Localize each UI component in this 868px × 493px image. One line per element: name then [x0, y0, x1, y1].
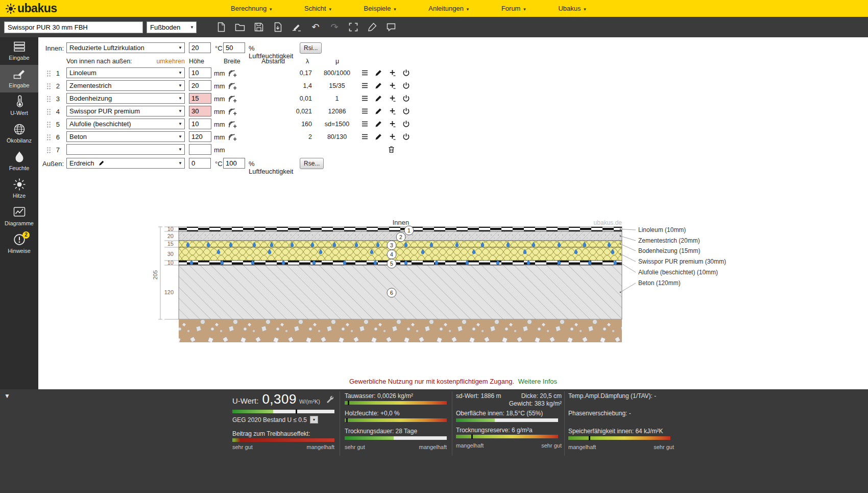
speicher-bar [568, 436, 670, 440]
toggle-layer-icon[interactable] [402, 120, 411, 128]
edit-layer-icon[interactable] [375, 82, 383, 90]
sidebar-item-feuchte[interactable]: Feuchte [0, 148, 38, 175]
innen-temp-input[interactable] [189, 42, 211, 53]
layers-icon [13, 40, 26, 53]
material-select[interactable]: Bodenheizung▼ [66, 93, 185, 104]
insert-layer-icon[interactable] [389, 107, 397, 115]
sidebar-item-oekobilanz[interactable]: Ökobilanz [0, 120, 38, 148]
material-select[interactable]: Linoleum▼ [66, 67, 185, 78]
hoehe-input[interactable] [189, 144, 211, 155]
insulation-wizard-icon[interactable] [228, 93, 237, 103]
nav-beispiele[interactable]: Beispiele▼ [364, 5, 397, 12]
insulation-wizard-icon[interactable] [228, 81, 237, 90]
layer-menu-icon[interactable] [361, 95, 369, 103]
redo-icon[interactable]: ↷ [329, 21, 340, 33]
brush-icon[interactable] [367, 21, 378, 33]
settings-wrench-icon[interactable] [325, 395, 333, 404]
delete-layer-icon[interactable] [388, 146, 396, 154]
drag-handle[interactable] [46, 134, 51, 141]
edit-signature-icon[interactable] [291, 21, 302, 33]
hoehe-input[interactable] [189, 119, 211, 129]
insert-layer-icon[interactable] [389, 69, 397, 77]
toggle-layer-icon[interactable] [402, 82, 411, 90]
edit-layer-icon[interactable] [375, 120, 383, 128]
toggle-layer-icon[interactable] [402, 107, 411, 115]
save-icon[interactable] [253, 21, 264, 33]
layer-menu-icon[interactable] [361, 133, 369, 141]
hoehe-input[interactable] [189, 67, 211, 78]
layer-menu-icon[interactable] [361, 82, 369, 90]
drag-handle[interactable] [46, 121, 51, 128]
nav-schicht[interactable]: Schicht▼ [304, 5, 332, 12]
hoehe-input[interactable] [189, 106, 211, 116]
insulation-wizard-icon[interactable] [228, 106, 237, 116]
innen-humidity-input[interactable] [223, 42, 245, 53]
toggle-layer-icon[interactable] [402, 95, 411, 103]
nav-anleitungen[interactable]: Anleitungen▼ [428, 5, 470, 12]
innen-airflow-select[interactable]: Reduzierte Luftzirkulation ▼ [66, 42, 185, 53]
insulation-wizard-icon[interactable] [228, 132, 237, 142]
project-name-input[interactable] [4, 21, 143, 33]
drag-handle[interactable] [46, 96, 51, 103]
material-select[interactable]: Alufolie (beschichtet)▼ [66, 119, 185, 129]
open-folder-icon[interactable] [234, 21, 246, 33]
insert-layer-icon[interactable] [389, 95, 397, 103]
material-select[interactable]: Beton▼ [66, 131, 185, 142]
component-type-select[interactable]: Fußboden ▼ [147, 21, 197, 33]
edit-layer-icon[interactable] [375, 133, 383, 141]
aussen-humidity-input[interactable] [223, 158, 245, 169]
divider [340, 391, 340, 456]
drag-handle[interactable] [46, 70, 51, 77]
aussen-temp-input[interactable] [189, 158, 211, 169]
undo-icon[interactable]: ↶ [310, 21, 321, 33]
comment-icon[interactable] [385, 21, 397, 33]
logo-text: ubakus [17, 2, 57, 15]
nav-forum[interactable]: Forum▼ [501, 5, 526, 12]
insert-layer-icon[interactable] [389, 82, 397, 90]
material-select[interactable]: ▼ [66, 144, 185, 155]
edit-layer-icon[interactable] [375, 69, 383, 77]
collapse-panel-icon[interactable]: ▼ [4, 392, 10, 400]
insulation-wizard-icon[interactable] [228, 68, 237, 78]
rse-button[interactable]: Rse... [300, 158, 324, 169]
sidebar-item-eingabe-2[interactable]: Eingabe [0, 65, 38, 92]
material-select[interactable]: Zementestrich▼ [66, 80, 185, 91]
logo[interactable]: ubakus [5, 2, 57, 15]
fullscreen-icon[interactable] [348, 21, 359, 33]
edit-material-icon[interactable] [99, 160, 105, 166]
hoehe-input[interactable] [189, 80, 211, 91]
edit-layer-icon[interactable] [375, 95, 383, 103]
insert-layer-icon[interactable] [389, 120, 397, 128]
sidebar-item-hinweise[interactable]: 2 Hinweise [0, 230, 38, 258]
insulation-wizard-icon[interactable] [228, 119, 237, 129]
layer-swisspor-pur [179, 247, 622, 261]
aussen-material-select[interactable]: Erdreich ▼ [66, 158, 185, 169]
geg-standard-select[interactable]: ▼ [310, 416, 318, 424]
drag-handle[interactable] [46, 147, 51, 154]
toggle-layer-icon[interactable] [402, 133, 411, 141]
layer-menu-icon[interactable] [361, 107, 369, 115]
drag-handle[interactable] [46, 108, 51, 115]
nav-berechnung[interactable]: Berechnung▼ [231, 5, 273, 12]
layer-menu-icon[interactable] [361, 69, 369, 77]
weitere-infos-link[interactable]: Weitere Infos [518, 378, 557, 385]
sidebar-item-uwert[interactable]: U-Wert [0, 92, 38, 120]
layer-alufolie [179, 261, 622, 265]
material-select[interactable]: Swisspor PUR premium▼ [66, 106, 185, 116]
pdf-export-icon[interactable] [272, 21, 283, 33]
sidebar-item-eingabe-1[interactable]: Eingabe [0, 37, 38, 65]
insert-layer-icon[interactable] [389, 133, 397, 141]
drag-handle[interactable] [46, 83, 51, 90]
nav-ubakus[interactable]: Ubakus▼ [558, 5, 587, 12]
toggle-layer-icon[interactable] [402, 69, 411, 77]
hoehe-input[interactable] [189, 93, 211, 104]
svg-text:4: 4 [390, 251, 393, 257]
new-document-icon[interactable] [215, 21, 227, 33]
layer-menu-icon[interactable] [361, 120, 369, 128]
sidebar-item-diagramme[interactable]: Diagramme [0, 203, 38, 230]
rsi-button[interactable]: Rsi... [300, 42, 322, 54]
reverse-link[interactable]: umkehren [130, 58, 185, 65]
hoehe-input[interactable] [189, 131, 211, 142]
edit-layer-icon[interactable] [375, 107, 383, 115]
sidebar-item-hitze[interactable]: Hitze [0, 175, 38, 203]
